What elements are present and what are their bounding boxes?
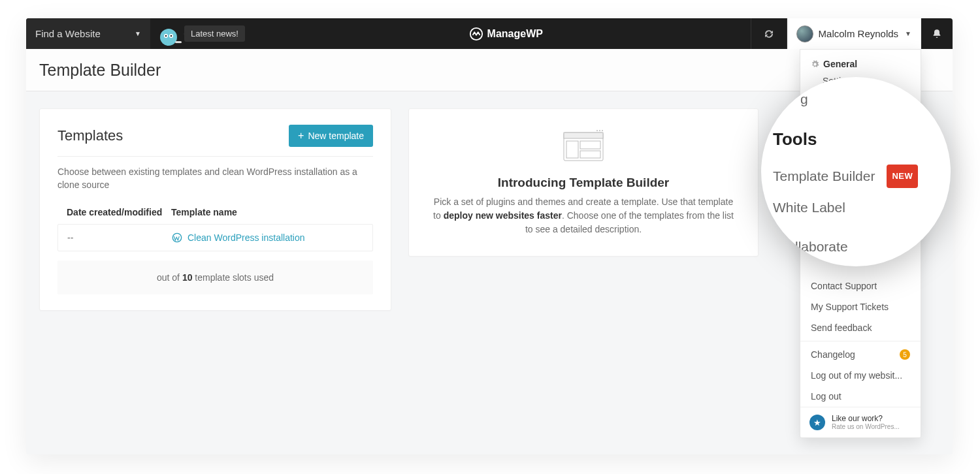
plus-icon: + — [298, 130, 304, 142]
slots-info: out of 10 template slots used — [57, 261, 373, 294]
template-illustration-icon — [563, 129, 604, 161]
dd-changelog-label: Changelog — [811, 349, 855, 360]
intro-title: Introducing Template Builder — [427, 176, 740, 190]
svg-point-6 — [470, 27, 482, 39]
dd-logout-sites-label: Log out of my websit... — [811, 370, 902, 381]
refresh-icon — [763, 28, 775, 40]
dd-separator — [800, 341, 921, 341]
zoom-template-builder-label: Template Builder — [773, 161, 875, 192]
mascot-icon — [155, 25, 186, 50]
news-area: Latest news! — [150, 18, 261, 49]
dd-item-contact-support[interactable]: Contact Support — [800, 276, 921, 296]
templates-card: Templates + New template Choose between … — [39, 108, 391, 311]
svg-point-11 — [599, 130, 600, 131]
wordpress-icon — [172, 232, 182, 243]
chevron-down-icon: ▼ — [905, 30, 911, 37]
dd-item-logout-sites[interactable]: Log out of my websit... — [800, 365, 921, 386]
refresh-button[interactable] — [751, 18, 787, 49]
svg-point-4 — [171, 35, 172, 37]
new-template-label: New template — [308, 131, 364, 141]
svg-rect-5 — [175, 41, 182, 43]
find-website-label: Find a Website — [35, 28, 101, 39]
zoom-lens: g Tools Template Builder NEW White Label… — [761, 77, 951, 266]
slots-suffix: template slots used — [192, 272, 274, 283]
dd-item-logout[interactable]: Log out — [800, 386, 921, 407]
svg-point-12 — [602, 130, 603, 131]
svg-point-10 — [596, 130, 598, 131]
dd-item-my-tickets[interactable]: My Support Tickets — [800, 296, 921, 317]
dd-general-heading: General — [811, 56, 910, 72]
rate-sub: Rate us on WordPres... — [832, 423, 900, 431]
brand-name: ManageWP — [487, 28, 543, 40]
new-badge: NEW — [887, 165, 918, 188]
rate-title: Like our work? — [832, 414, 883, 423]
dd-contact-label: Contact Support — [811, 281, 877, 291]
row-name: Clean WordPress installation — [188, 232, 305, 243]
slots-total: 10 — [182, 272, 193, 283]
avatar — [796, 25, 813, 42]
dd-feedback-label: Send feedback — [811, 323, 872, 333]
svg-point-0 — [160, 29, 177, 46]
templates-description: Choose between existing templates and cl… — [57, 166, 373, 191]
news-bubble[interactable]: Latest news! — [184, 25, 245, 42]
zoom-clip-top: g — [800, 91, 808, 107]
dd-general-label: General — [823, 59, 857, 69]
dd-item-send-feedback[interactable]: Send feedback — [800, 317, 921, 338]
user-menu-trigger[interactable]: Malcolm Reynolds ▼ — [787, 18, 921, 49]
bell-icon — [932, 29, 942, 39]
dd-item-changelog[interactable]: Changelog 5 — [800, 344, 921, 365]
gear-icon — [811, 60, 819, 69]
row-date: -- — [67, 232, 172, 243]
table-row[interactable]: -- Clean WordPress installation — [57, 224, 373, 251]
intro-text-bold: deploy new websites faster — [444, 210, 562, 221]
svg-rect-9 — [564, 133, 603, 138]
rate-us-box[interactable]: ★ Like our work? Rate us on WordPres... — [800, 407, 921, 437]
row-name-link[interactable]: Clean WordPress installation — [172, 232, 363, 243]
rate-text: Like our work? Rate us on WordPres... — [832, 414, 900, 431]
zoom-item-template-builder[interactable]: Template Builder NEW — [773, 161, 951, 192]
star-icon: ★ — [809, 415, 825, 430]
brand-logo-icon — [469, 27, 483, 41]
user-name: Malcolm Reynolds — [819, 28, 899, 39]
intro-card: Introducing Template Builder Pick a set … — [408, 108, 759, 257]
brand: ManageWP — [261, 27, 751, 41]
topbar: Find a Website ▼ Latest news! ManageWP M… — [26, 18, 953, 49]
zoom-tools-heading: Tools — [773, 120, 951, 159]
zoom-white-label-label: White Label — [773, 192, 845, 223]
svg-point-3 — [165, 35, 167, 37]
zoom-content: Tools Template Builder NEW White Label — [773, 120, 951, 223]
slots-prefix: out of — [157, 272, 182, 283]
chevron-down-icon: ▼ — [135, 30, 141, 37]
dd-tickets-label: My Support Tickets — [811, 302, 889, 312]
dd-logout-label: Log out — [811, 391, 841, 402]
page-title: Template Builder — [39, 61, 161, 80]
col-name-header: Template name — [171, 207, 364, 217]
intro-text: Pick a set of plugins and themes and cre… — [433, 195, 734, 236]
find-website-dropdown[interactable]: Find a Website ▼ — [26, 18, 150, 49]
notifications-button[interactable] — [921, 18, 953, 49]
new-template-button[interactable]: + New template — [289, 125, 373, 147]
templates-title: Templates — [57, 127, 123, 144]
col-date-header: Date created/modified — [67, 207, 171, 217]
news-label: Latest news! — [191, 29, 238, 39]
changelog-count-badge: 5 — [900, 349, 910, 360]
templates-header: Templates + New template — [57, 125, 373, 157]
zoom-item-white-label[interactable]: White Label — [773, 192, 951, 223]
templates-table-header: Date created/modified Template name — [57, 203, 373, 221]
